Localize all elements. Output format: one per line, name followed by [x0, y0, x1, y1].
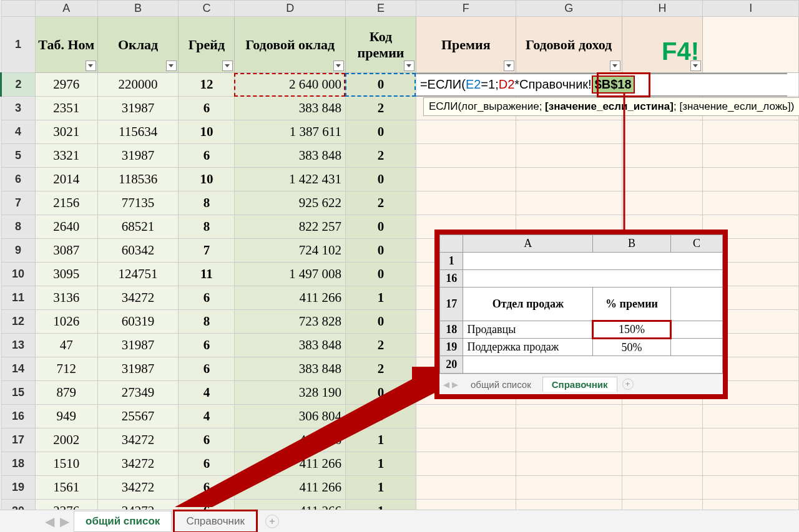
cell-A19[interactable]: 1561: [35, 476, 97, 500]
inset-row-1[interactable]: 1: [440, 253, 463, 270]
cell-E12[interactable]: 0: [346, 310, 416, 334]
cell-H18[interactable]: [622, 452, 703, 476]
cell-D2[interactable]: 2 640 000: [235, 73, 346, 97]
cell-A8[interactable]: 2640: [35, 215, 97, 239]
cell-I7[interactable]: [703, 191, 799, 215]
inset-h17b[interactable]: % премии: [593, 288, 671, 321]
cell-E15[interactable]: 0: [346, 381, 416, 405]
row-6[interactable]: 6: [1, 168, 36, 191]
cell-E6[interactable]: 0: [346, 168, 416, 191]
hdr-annual-income[interactable]: Годовой доход: [516, 17, 622, 73]
cell-E7[interactable]: 2: [346, 191, 416, 215]
inset-tab-list[interactable]: общий список: [462, 377, 540, 392]
cell-C16[interactable]: 4: [179, 405, 235, 428]
cell-D17[interactable]: 411 266: [235, 428, 346, 452]
cell-C6[interactable]: 10: [179, 168, 235, 191]
col-A[interactable]: A: [35, 1, 97, 17]
col-C[interactable]: C: [179, 1, 235, 17]
cell-A15[interactable]: 879: [35, 381, 97, 405]
cell-F4[interactable]: [416, 120, 516, 144]
cell-C14[interactable]: 6: [179, 357, 235, 381]
row-3[interactable]: 3: [1, 97, 36, 120]
cell-A13[interactable]: 47: [35, 334, 97, 357]
filter-icon[interactable]: [504, 60, 514, 71]
row-14[interactable]: 14: [1, 357, 36, 381]
cell-C11[interactable]: 6: [179, 286, 235, 310]
filter-icon[interactable]: [166, 60, 177, 71]
cell-I4[interactable]: [703, 120, 799, 144]
cell-G16[interactable]: [516, 405, 622, 428]
cell-D15[interactable]: 328 190: [235, 381, 346, 405]
inset-col-A[interactable]: A: [463, 235, 593, 253]
cell-D9[interactable]: 724 102: [235, 239, 346, 263]
cell-F17[interactable]: [416, 428, 516, 452]
cell-C7[interactable]: 8: [179, 191, 235, 215]
cell-I5[interactable]: [703, 144, 799, 168]
cell-H6[interactable]: [622, 168, 703, 191]
cell-I18[interactable]: [703, 452, 799, 476]
cell-B10[interactable]: 124751: [97, 263, 179, 286]
row-4[interactable]: 4: [1, 120, 36, 144]
cell-D10[interactable]: 1 497 008: [235, 263, 346, 286]
cell-C15[interactable]: 4: [179, 381, 235, 405]
cell-D13[interactable]: 383 848: [235, 334, 346, 357]
cell-C19[interactable]: 6: [179, 476, 235, 500]
filter-icon[interactable]: [333, 60, 344, 71]
cell-F7[interactable]: [416, 191, 516, 215]
inset-row-19[interactable]: 19: [440, 339, 463, 356]
cell-G7[interactable]: [516, 191, 622, 215]
cell-E2[interactable]: 0: [346, 73, 416, 97]
cell-B3[interactable]: 31987: [97, 97, 179, 120]
hdr-bonus-code[interactable]: Код премии: [346, 17, 416, 73]
cell-C18[interactable]: 6: [179, 452, 235, 476]
cell-D11[interactable]: 411 266: [235, 286, 346, 310]
cell-D12[interactable]: 723 828: [235, 310, 346, 334]
filter-icon[interactable]: [610, 60, 620, 71]
hdr-tab-nom[interactable]: Таб. Ном: [35, 17, 97, 73]
cell-A11[interactable]: 3136: [35, 286, 97, 310]
inset-r19b[interactable]: 50%: [593, 339, 671, 356]
cell-B11[interactable]: 34272: [97, 286, 179, 310]
inset-row-20[interactable]: 20: [440, 356, 463, 374]
inset-nav-prev-icon[interactable]: ◀: [443, 380, 449, 389]
cell-A16[interactable]: 949: [35, 405, 97, 428]
cell-H16[interactable]: [622, 405, 703, 428]
tab-nav-next-icon[interactable]: ▶: [59, 516, 70, 527]
cell-A17[interactable]: 2002: [35, 428, 97, 452]
inset-tab-reference[interactable]: Справочник: [542, 377, 617, 392]
row-11[interactable]: 11: [1, 286, 36, 310]
cell-I19[interactable]: [703, 476, 799, 500]
cell-D16[interactable]: 306 804: [235, 405, 346, 428]
cell-D3[interactable]: 383 848: [235, 97, 346, 120]
inset-col-C[interactable]: C: [670, 235, 722, 253]
cell-H5[interactable]: [622, 144, 703, 168]
col-I[interactable]: I: [703, 1, 799, 17]
cell-G19[interactable]: [516, 476, 622, 500]
cell-G18[interactable]: [516, 452, 622, 476]
cell-A3[interactable]: 2351: [35, 97, 97, 120]
cell-C3[interactable]: 6: [179, 97, 235, 120]
cell-B12[interactable]: 60319: [97, 310, 179, 334]
cell-C5[interactable]: 6: [179, 144, 235, 168]
row-17[interactable]: 17: [1, 428, 36, 452]
hdr-grade[interactable]: Грейд: [179, 17, 235, 73]
inset-add-sheet-icon[interactable]: +: [622, 379, 634, 390]
inset-r18a[interactable]: Продавцы: [463, 321, 593, 339]
cell-C4[interactable]: 10: [179, 120, 235, 144]
filter-icon[interactable]: [404, 60, 414, 71]
inset-col-B[interactable]: B: [593, 235, 671, 253]
cell-C10[interactable]: 11: [179, 263, 235, 286]
cell-B17[interactable]: 34272: [97, 428, 179, 452]
cell-G17[interactable]: [516, 428, 622, 452]
inset-row-18[interactable]: 18: [440, 321, 463, 339]
cell-E3[interactable]: 2: [346, 97, 416, 120]
cell-A12[interactable]: 1026: [35, 310, 97, 334]
row-18[interactable]: 18: [1, 452, 36, 476]
row-5[interactable]: 5: [1, 144, 36, 168]
row-12[interactable]: 12: [1, 310, 36, 334]
filter-icon[interactable]: [86, 60, 96, 71]
row-8[interactable]: 8: [1, 215, 36, 239]
cell-E9[interactable]: 0: [346, 239, 416, 263]
hdr-oklad[interactable]: Оклад: [97, 17, 179, 73]
cell-E5[interactable]: 2: [346, 144, 416, 168]
